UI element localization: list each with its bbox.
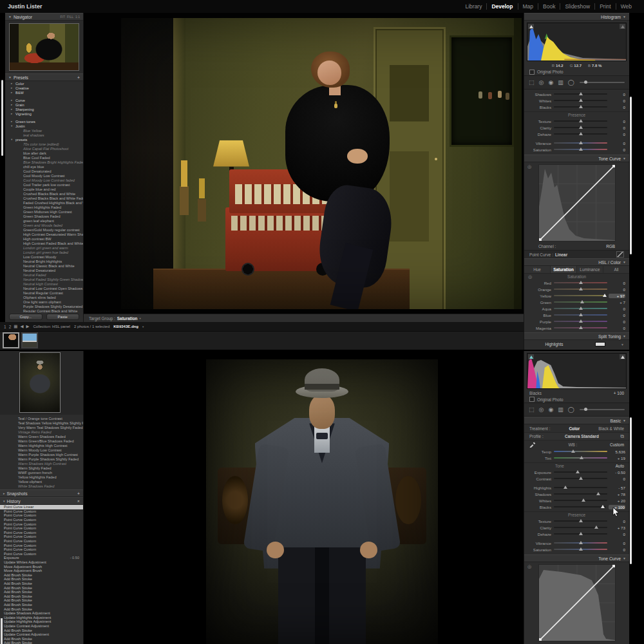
slider-thumb[interactable] xyxy=(603,294,607,297)
slider-track[interactable] xyxy=(554,471,607,473)
history-header[interactable]: ▾ History ✕ xyxy=(0,497,83,505)
slider-track[interactable] xyxy=(554,327,607,328)
history-item[interactable]: Point Curve Custom xyxy=(0,518,83,522)
preset-item[interactable]: ▸ Sharpening xyxy=(5,107,83,111)
preset-item[interactable]: London girl green and warm xyxy=(5,245,83,250)
slider-row[interactable]: Texture 0 xyxy=(524,118,629,124)
slider-thumb[interactable] xyxy=(579,141,583,144)
preset-item[interactable]: Neutral Low Contrast Open Shadows xyxy=(5,286,83,290)
slider-thumb[interactable] xyxy=(579,307,583,310)
preset-item[interactable]: ▸ Color xyxy=(5,81,83,86)
slider-track[interactable] xyxy=(554,93,607,95)
slider-row[interactable]: Dehaze 0 xyxy=(524,531,629,537)
slider-row[interactable]: Saturation 0 xyxy=(524,546,629,553)
slider-track[interactable] xyxy=(554,520,607,522)
slider-thumb[interactable] xyxy=(582,498,585,502)
red-eye-icon[interactable]: ◉ xyxy=(548,407,553,413)
add-preset-button[interactable]: + xyxy=(77,75,80,80)
preset-item[interactable]: London girl green hue faded xyxy=(5,250,83,254)
preset-item[interactable]: White Shadows Faded xyxy=(0,484,83,488)
preset-item[interactable]: High Contrast Faded Black and White High… xyxy=(5,241,83,245)
slider-row[interactable]: Whites 0 xyxy=(524,97,629,104)
history-item[interactable]: Point Curve Custom xyxy=(0,543,83,547)
slider-row[interactable]: Highlights - 57 xyxy=(524,484,629,491)
history-item[interactable]: Add Brush Stroke xyxy=(0,577,83,582)
histogram-display[interactable] xyxy=(527,23,627,61)
preset-item[interactable]: Neutral Regular Contrast xyxy=(5,290,83,295)
navigator-zoom-option[interactable]: FIT xyxy=(61,15,66,19)
slider-row[interactable]: Purple 0 xyxy=(524,318,629,325)
snapshots-header[interactable]: ▸ Snapshots + xyxy=(0,489,83,497)
history-item[interactable]: Update Highlights Adjustment xyxy=(0,615,83,620)
slider-track[interactable] xyxy=(554,457,607,459)
slider-track[interactable] xyxy=(554,500,607,501)
slider-thumb[interactable] xyxy=(579,541,583,544)
slider-thumb[interactable] xyxy=(579,287,583,290)
slider-track[interactable] xyxy=(554,127,607,128)
preset-item[interactable]: blue after dark xyxy=(5,151,83,155)
history-item[interactable]: Update Whites Adjustment xyxy=(0,560,83,565)
collapse-arrow-icon[interactable]: ▼ xyxy=(623,556,626,560)
preset-item[interactable]: Warm Purple Shadows Slightly Faded xyxy=(0,457,83,461)
preset-item[interactable]: 70s color tone (edited) xyxy=(5,142,83,146)
slider-thumb[interactable] xyxy=(579,92,583,95)
slider-track[interactable] xyxy=(554,289,607,290)
preset-item[interactable]: Neutral Bright Highlights xyxy=(5,259,83,263)
treatment-bw-option[interactable]: Black & White xyxy=(598,426,624,431)
history-item[interactable]: Move Adjustment Brush xyxy=(0,564,83,569)
preset-item[interactable]: Neutral Desaturated xyxy=(5,268,83,272)
secondary-display-icon[interactable]: 2 xyxy=(9,325,12,329)
right-scrollbar-thumb-bottom[interactable] xyxy=(630,417,632,564)
highlight-clipping-indicator[interactable] xyxy=(620,24,625,29)
wb-eyedropper-icon[interactable] xyxy=(529,441,536,448)
preset-item[interactable]: ▸ Curve xyxy=(5,98,83,102)
selected-filename[interactable]: KB9343E.dng xyxy=(113,325,138,328)
target-group-dropdown-icon[interactable]: ▾ xyxy=(139,317,140,320)
module-item[interactable]: Print xyxy=(595,3,616,10)
hsl-tab[interactable]: All xyxy=(603,266,629,273)
slider-row[interactable]: Temp 5,636 xyxy=(524,448,629,455)
module-item[interactable]: Map xyxy=(518,3,539,10)
target-group-value[interactable]: Saturation xyxy=(117,316,138,321)
module-item[interactable]: Library xyxy=(460,3,487,10)
history-item[interactable]: Add Brush Stroke xyxy=(0,607,83,611)
radial-filter-icon[interactable]: ◯ xyxy=(568,407,574,413)
preset-item[interactable]: chill eye blue xyxy=(5,164,83,169)
slider-thumb[interactable] xyxy=(579,126,583,129)
slider-row[interactable]: Dehaze 0 xyxy=(524,131,629,137)
module-item[interactable]: Develop xyxy=(487,3,518,10)
left-scrollbar-thumb-bottom[interactable] xyxy=(1,618,3,644)
slider-track[interactable] xyxy=(554,321,607,322)
slider-row[interactable]: Clarity + 73 xyxy=(524,524,629,531)
history-item[interactable]: Point Curve Custom xyxy=(0,535,83,539)
history-item[interactable]: Point Curve Custom xyxy=(0,539,83,544)
slider-track[interactable] xyxy=(554,133,607,135)
slider-track[interactable] xyxy=(554,295,606,296)
hsl-tab[interactable]: Saturation xyxy=(551,266,577,273)
tool-amount-slider[interactable] xyxy=(580,82,625,83)
original-photo-checkbox[interactable] xyxy=(529,397,535,402)
preset-item[interactable]: High Contrast Desaturated Warm Shadows xyxy=(5,232,83,236)
collapse-arrow-icon[interactable]: ▼ xyxy=(8,15,12,19)
target-adjustment-icon[interactable]: ◎ xyxy=(527,164,531,169)
preset-item[interactable]: ▸ Creative xyxy=(5,86,83,90)
target-adjustment-icon[interactable]: ◎ xyxy=(527,564,531,569)
preset-item[interactable]: ▸ Green tones xyxy=(5,119,83,124)
preset-item[interactable]: One light warm oliphant xyxy=(5,299,83,304)
slider-thumb[interactable] xyxy=(579,547,583,551)
history-item[interactable]: Update Shadows Adjustment xyxy=(0,611,83,616)
spot-removal-icon[interactable]: ◎ xyxy=(539,80,544,86)
preset-item[interactable]: Crushed Blacks Black and White xyxy=(5,191,83,196)
left-scrollbar-thumb[interactable] xyxy=(1,80,3,156)
collapse-arrow-icon[interactable]: ▼ xyxy=(623,419,626,422)
slider-thumb[interactable] xyxy=(594,526,598,529)
slider-thumb[interactable] xyxy=(580,456,583,459)
paste-settings-button[interactable]: Paste xyxy=(46,314,80,320)
collapse-arrow-icon[interactable]: ▼ xyxy=(8,75,12,79)
preset-item[interactable]: Cool Desaturated xyxy=(5,169,83,173)
navigator-header[interactable]: ▼ Navigator FITFILL1:1 xyxy=(5,13,83,21)
slider-row[interactable]: Contrast 0 xyxy=(524,475,629,482)
slider-thumb[interactable] xyxy=(564,486,567,489)
slider-row[interactable]: Tint + 19 xyxy=(524,455,629,461)
preset-item[interactable]: Yellow oliphant xyxy=(0,479,83,484)
